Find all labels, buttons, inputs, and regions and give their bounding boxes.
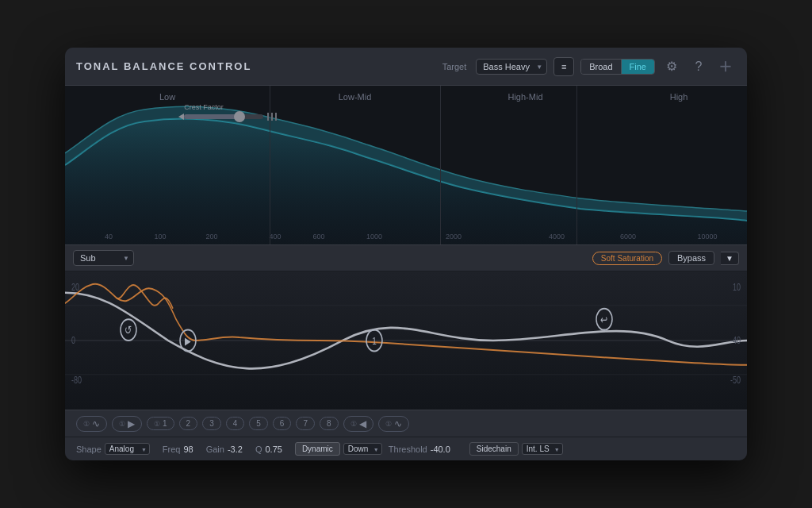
pin-button[interactable]: ✕ (711, 52, 741, 81)
menu-button[interactable]: ≡ (553, 57, 574, 76)
gain-param: Gain -3.2 (206, 444, 243, 454)
down-dropdown[interactable]: Down Up Both (343, 443, 382, 455)
band-right-controls: Soft Saturation Bypass ▼ (592, 251, 739, 265)
dynamic-button[interactable]: Dynamic (295, 442, 340, 456)
threshold-param: Threshold -40.0 (389, 444, 450, 454)
band-btn-6[interactable]: 6 (273, 417, 292, 430)
svg-text:▶: ▶ (185, 335, 191, 348)
q-label: Q (255, 444, 262, 454)
band-label-high: High (611, 92, 747, 102)
band-btn-5[interactable]: 5 (249, 417, 268, 430)
svg-text:100: 100 (154, 233, 166, 241)
freq-label: Freq (163, 444, 181, 454)
settings-button[interactable]: ⚙ (661, 56, 682, 77)
band-btn-notch[interactable]: ① ∿ (378, 416, 409, 432)
broad-button[interactable]: Broad (581, 60, 620, 74)
target-dropdown[interactable]: Bass Heavy Modern Warm Neutral (476, 59, 547, 75)
band-btn-3[interactable]: 3 (202, 417, 221, 430)
sub-dropdown-wrapper: Sub Low Low-Mid High-Mid High (73, 250, 134, 266)
threshold-label: Threshold (389, 444, 427, 454)
header-controls: Target Bass Heavy Modern Warm Neutral ≡ … (442, 56, 736, 77)
spectrum-band-labels: Low Low-Mid High-Mid High (65, 92, 747, 102)
svg-text:10000: 10000 (697, 233, 717, 241)
svg-text:10: 10 (733, 282, 741, 293)
soft-saturation-button[interactable]: Soft Saturation (592, 252, 662, 265)
band-btn-7[interactable]: 7 (296, 417, 315, 430)
svg-text:200: 200 (205, 233, 217, 241)
eq-display[interactable]: ↺ ▶ 1 ↩ 10 -40 -50 20 0 -80 (65, 271, 747, 410)
svg-text:4000: 4000 (549, 233, 565, 241)
target-dropdown-wrapper: Bass Heavy Modern Warm Neutral (476, 59, 547, 75)
sub-dropdown[interactable]: Sub Low Low-Mid High-Mid High (73, 250, 134, 266)
gain-value: -3.2 (228, 444, 243, 454)
svg-rect-17 (275, 113, 277, 121)
divider-2 (440, 86, 441, 244)
band-btn-8[interactable]: 8 (320, 417, 339, 430)
svg-text:400: 400 (269, 233, 281, 241)
svg-text:-40: -40 (730, 335, 741, 346)
shape-dropdown[interactable]: Analog Digital Vintage (105, 443, 150, 455)
band-btn-1[interactable]: ① 1 (147, 417, 174, 430)
band-label-low: Low (65, 92, 270, 102)
gain-label: Gain (206, 444, 224, 454)
plugin-title: TONAL BALANCE CONTROL (76, 60, 251, 72)
band-selector-row: Sub Low Low-Mid High-Mid High Soft Satur… (65, 244, 747, 271)
band-btn-2[interactable]: 2 (179, 417, 198, 430)
header: TONAL BALANCE CONTROL Target Bass Heavy … (65, 48, 747, 86)
spectrum-display: Low Low-Mid High-Mid High (65, 86, 747, 244)
svg-text:-80: -80 (71, 374, 82, 385)
svg-text:↩: ↩ (600, 313, 607, 326)
int-dropdown-wrapper: Int. LS Ext. Mid Side (522, 443, 563, 455)
band-label-highmid: High-Mid (440, 92, 611, 102)
svg-text:-50: -50 (730, 374, 741, 385)
eq-band-buttons: ① ∿ ① ▶ ① 1 2 3 4 5 6 7 8 (65, 410, 747, 437)
svg-rect-16 (271, 113, 273, 121)
spectrum-svg: 40 100 200 400 600 1000 2000 4000 6000 1… (65, 86, 747, 244)
svg-text:600: 600 (312, 233, 324, 241)
bottom-params: Shape Analog Digital Vintage Freq 98 Gai… (65, 437, 747, 460)
shape-param: Shape Analog Digital Vintage (76, 443, 150, 455)
bypass-dropdown-arrow[interactable]: ▼ (721, 252, 739, 265)
freq-value: 98 (183, 444, 193, 454)
fine-button[interactable]: Fine (621, 60, 654, 74)
shape-dropdown-wrapper: Analog Digital Vintage (105, 443, 150, 455)
target-label: Target (442, 62, 467, 71)
down-dropdown-wrapper: Down Up Both (343, 443, 382, 455)
plugin-window: TONAL BALANCE CONTROL Target Bass Heavy … (65, 48, 747, 460)
svg-rect-15 (267, 113, 269, 121)
sidechain-button[interactable]: Sidechain (469, 442, 519, 456)
band-btn-4[interactable]: 4 (226, 417, 245, 430)
q-value: 0.75 (265, 444, 282, 454)
svg-point-12 (234, 111, 245, 122)
q-param: Q 0.75 (255, 444, 282, 454)
band-label-lowmid: Low-Mid (270, 92, 440, 102)
svg-text:40: 40 (105, 233, 113, 241)
band-btn-hs[interactable]: ① ▶ (112, 416, 142, 432)
broad-fine-group: Broad Fine (580, 59, 655, 75)
svg-rect-11 (184, 114, 239, 119)
threshold-value: -40.0 (431, 444, 450, 454)
svg-text:2000: 2000 (446, 233, 462, 241)
freq-param: Freq 98 (163, 444, 193, 454)
eq-svg: ↺ ▶ 1 ↩ 10 -40 -50 20 0 -80 (65, 271, 747, 410)
bypass-button[interactable]: Bypass (668, 251, 714, 265)
svg-text:0: 0 (71, 335, 75, 346)
svg-text:↺: ↺ (124, 323, 132, 337)
svg-text:6000: 6000 (620, 233, 636, 241)
shape-label: Shape (76, 444, 102, 454)
int-dropdown[interactable]: Int. LS Ext. Mid Side (522, 443, 563, 455)
help-button[interactable]: ? (688, 56, 709, 77)
svg-text:Crest Factor: Crest Factor (184, 103, 224, 111)
band-btn-lp2[interactable]: ① ◀ (343, 416, 373, 432)
band-btn-lp[interactable]: ① ∿ (76, 416, 107, 432)
svg-text:1000: 1000 (366, 233, 382, 241)
divider-3 (576, 86, 577, 244)
divider-1 (270, 86, 270, 244)
svg-text:20: 20 (71, 282, 79, 293)
svg-text:1: 1 (372, 335, 377, 348)
